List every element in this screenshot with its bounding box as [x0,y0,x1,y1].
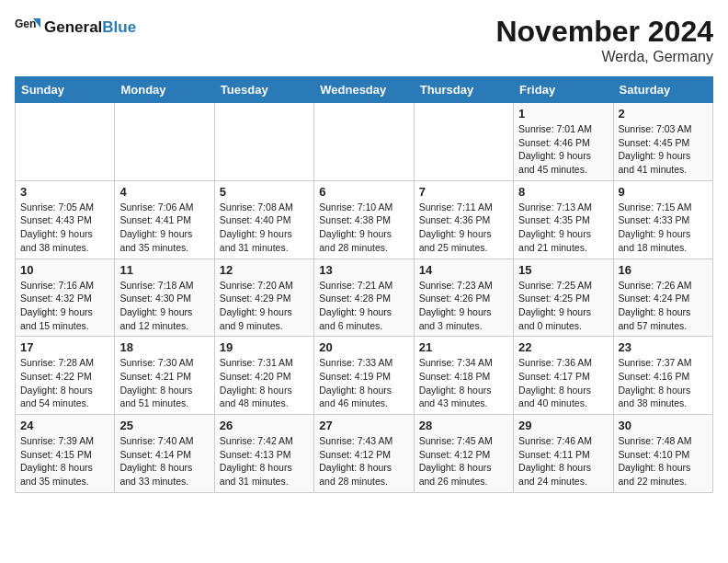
day-number: 6 [319,185,408,199]
day-number: 29 [518,419,608,432]
day-info: Sunrise: 7:18 AM Sunset: 4:30 PM Dayligh… [119,279,209,333]
page-header: Gen GeneralBlue November 2024 Werda, Ger… [15,15,713,65]
day-number: 14 [419,263,508,277]
day-info: Sunrise: 7:39 AM Sunset: 4:15 PM Dayligh… [20,434,109,488]
calendar-cell: 14Sunrise: 7:23 AM Sunset: 4:26 PM Dayli… [414,259,513,337]
day-number: 28 [419,419,508,432]
calendar-cell: 16Sunrise: 7:26 AM Sunset: 4:24 PM Dayli… [613,259,712,337]
day-number: 19 [220,340,309,354]
calendar-week-row: 24Sunrise: 7:39 AM Sunset: 4:15 PM Dayli… [16,415,713,493]
calendar-cell: 21Sunrise: 7:34 AM Sunset: 4:18 PM Dayli… [414,337,513,415]
calendar-cell: 10Sunrise: 7:16 AM Sunset: 4:32 PM Dayli… [16,259,115,337]
day-number: 21 [419,340,508,354]
calendar-cell: 18Sunrise: 7:30 AM Sunset: 4:21 PM Dayli… [115,337,214,415]
calendar-cell: 7Sunrise: 7:11 AM Sunset: 4:36 PM Daylig… [414,180,513,259]
day-number: 20 [319,340,408,354]
day-info: Sunrise: 7:06 AM Sunset: 4:41 PM Dayligh… [119,201,209,255]
day-number: 22 [518,340,608,354]
day-number: 8 [518,185,608,199]
day-info: Sunrise: 7:15 AM Sunset: 4:33 PM Dayligh… [619,201,708,255]
calendar-cell: 27Sunrise: 7:43 AM Sunset: 4:12 PM Dayli… [314,415,414,493]
day-info: Sunrise: 7:28 AM Sunset: 4:22 PM Dayligh… [20,356,109,410]
calendar-week-row: 1Sunrise: 7:01 AM Sunset: 4:46 PM Daylig… [16,103,713,181]
day-number: 10 [20,263,109,277]
calendar-cell [314,103,414,181]
day-info: Sunrise: 7:45 AM Sunset: 4:12 PM Dayligh… [419,434,508,488]
day-info: Sunrise: 7:25 AM Sunset: 4:25 PM Dayligh… [518,279,608,333]
day-info: Sunrise: 7:05 AM Sunset: 4:43 PM Dayligh… [20,201,109,255]
day-info: Sunrise: 7:01 AM Sunset: 4:46 PM Dayligh… [518,122,608,177]
day-number: 25 [119,419,209,432]
calendar-cell: 4Sunrise: 7:06 AM Sunset: 4:41 PM Daylig… [115,180,214,259]
day-number: 18 [119,340,209,354]
day-info: Sunrise: 7:23 AM Sunset: 4:26 PM Dayligh… [419,279,508,333]
day-number: 16 [619,263,708,277]
calendar-cell: 29Sunrise: 7:46 AM Sunset: 4:11 PM Dayli… [514,415,613,493]
calendar-cell: 15Sunrise: 7:25 AM Sunset: 4:25 PM Dayli… [514,259,613,337]
calendar-cell: 8Sunrise: 7:13 AM Sunset: 4:35 PM Daylig… [514,180,613,259]
calendar-cell [115,103,214,181]
weekday-header: Saturday [613,77,712,103]
calendar-cell: 30Sunrise: 7:48 AM Sunset: 4:10 PM Dayli… [613,415,712,493]
calendar-cell: 13Sunrise: 7:21 AM Sunset: 4:28 PM Dayli… [314,259,414,337]
svg-text:Gen: Gen [15,17,36,30]
day-number: 7 [419,185,508,199]
day-info: Sunrise: 7:26 AM Sunset: 4:24 PM Dayligh… [619,279,708,333]
weekday-header: Friday [514,77,613,103]
calendar-cell: 24Sunrise: 7:39 AM Sunset: 4:15 PM Dayli… [16,415,115,493]
day-number: 17 [20,340,109,354]
day-info: Sunrise: 7:43 AM Sunset: 4:12 PM Dayligh… [319,434,408,488]
day-number: 1 [518,107,608,121]
location: Werda, Germany [495,49,713,65]
day-info: Sunrise: 7:21 AM Sunset: 4:28 PM Dayligh… [319,279,408,333]
calendar-week-row: 10Sunrise: 7:16 AM Sunset: 4:32 PM Dayli… [16,259,713,337]
weekday-header: Thursday [414,77,513,103]
weekday-header: Tuesday [214,77,313,103]
day-number: 15 [518,263,608,277]
day-info: Sunrise: 7:46 AM Sunset: 4:11 PM Dayligh… [518,434,608,488]
calendar-cell: 6Sunrise: 7:10 AM Sunset: 4:38 PM Daylig… [314,180,414,259]
day-info: Sunrise: 7:30 AM Sunset: 4:21 PM Dayligh… [119,356,209,410]
day-info: Sunrise: 7:11 AM Sunset: 4:36 PM Dayligh… [419,201,508,255]
weekday-header: Wednesday [314,77,414,103]
day-number: 23 [619,340,708,354]
logo-icon: Gen [15,15,40,40]
calendar-cell [214,103,313,181]
day-number: 27 [319,419,408,432]
day-info: Sunrise: 7:34 AM Sunset: 4:18 PM Dayligh… [419,356,508,410]
calendar-cell: 22Sunrise: 7:36 AM Sunset: 4:17 PM Dayli… [514,337,613,415]
calendar-cell: 9Sunrise: 7:15 AM Sunset: 4:33 PM Daylig… [613,180,712,259]
day-info: Sunrise: 7:37 AM Sunset: 4:16 PM Dayligh… [619,356,708,410]
calendar-cell: 25Sunrise: 7:40 AM Sunset: 4:14 PM Dayli… [115,415,214,493]
day-info: Sunrise: 7:31 AM Sunset: 4:20 PM Dayligh… [220,356,309,410]
title-area: November 2024 Werda, Germany [495,15,713,65]
logo: Gen GeneralBlue [15,15,136,40]
day-info: Sunrise: 7:42 AM Sunset: 4:13 PM Dayligh… [220,434,309,488]
calendar-cell: 26Sunrise: 7:42 AM Sunset: 4:13 PM Dayli… [214,415,313,493]
calendar-cell: 19Sunrise: 7:31 AM Sunset: 4:20 PM Dayli… [214,337,313,415]
calendar-cell: 3Sunrise: 7:05 AM Sunset: 4:43 PM Daylig… [16,180,115,259]
weekday-header-row: SundayMondayTuesdayWednesdayThursdayFrid… [16,77,713,103]
day-number: 5 [220,185,309,199]
logo-blue: Blue [102,18,136,36]
calendar-week-row: 3Sunrise: 7:05 AM Sunset: 4:43 PM Daylig… [16,180,713,259]
logo-general: General [44,18,102,36]
calendar-cell [414,103,513,181]
day-number: 3 [20,185,109,199]
day-number: 24 [20,419,109,432]
day-info: Sunrise: 7:40 AM Sunset: 4:14 PM Dayligh… [119,434,209,488]
day-number: 26 [220,419,309,432]
calendar-cell [16,103,115,181]
calendar-cell: 20Sunrise: 7:33 AM Sunset: 4:19 PM Dayli… [314,337,414,415]
day-number: 2 [619,107,708,121]
day-number: 13 [319,263,408,277]
calendar-cell: 23Sunrise: 7:37 AM Sunset: 4:16 PM Dayli… [613,337,712,415]
calendar-cell: 12Sunrise: 7:20 AM Sunset: 4:29 PM Dayli… [214,259,313,337]
weekday-header: Monday [115,77,214,103]
day-info: Sunrise: 7:13 AM Sunset: 4:35 PM Dayligh… [518,201,608,255]
calendar-table: SundayMondayTuesdayWednesdayThursdayFrid… [15,76,713,493]
day-number: 30 [619,419,708,432]
day-number: 12 [220,263,309,277]
day-number: 4 [119,185,209,199]
day-info: Sunrise: 7:20 AM Sunset: 4:29 PM Dayligh… [220,279,309,333]
